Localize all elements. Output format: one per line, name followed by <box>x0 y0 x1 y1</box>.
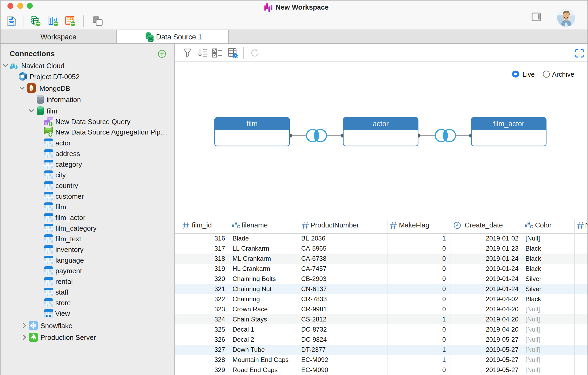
svg-text:film: film <box>247 120 258 128</box>
svg-text:actor: actor <box>373 120 389 128</box>
svg-text:film_actor: film_actor <box>493 120 524 128</box>
